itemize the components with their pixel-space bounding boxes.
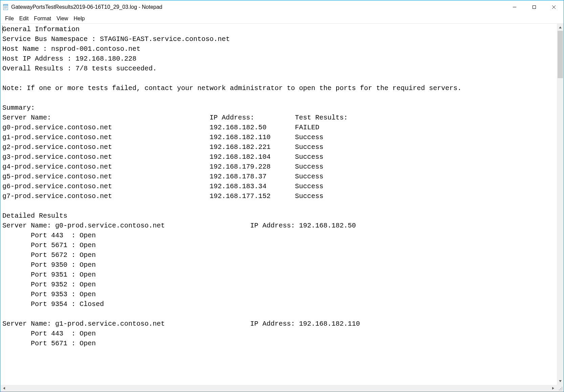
svg-marker-11 bbox=[559, 380, 562, 382]
svg-rect-1 bbox=[3, 4, 8, 5]
text-editor[interactable]: General Information Service Bus Namespac… bbox=[0, 24, 557, 385]
menu-format[interactable]: Format bbox=[31, 15, 54, 22]
svg-rect-15 bbox=[560, 388, 561, 389]
text-caret bbox=[2, 26, 3, 33]
svg-rect-7 bbox=[533, 6, 536, 9]
scroll-right-icon[interactable] bbox=[549, 385, 557, 392]
menu-edit[interactable]: Edit bbox=[17, 15, 31, 22]
horizontal-scrollbar[interactable] bbox=[0, 385, 557, 392]
menu-file[interactable]: File bbox=[2, 15, 17, 22]
svg-marker-10 bbox=[559, 26, 562, 28]
close-button[interactable] bbox=[544, 0, 564, 14]
vertical-scrollbar[interactable] bbox=[557, 24, 564, 385]
menubar: File Edit Format View Help bbox=[0, 14, 564, 23]
notepad-app-icon bbox=[2, 4, 9, 10]
window-controls bbox=[505, 0, 564, 14]
svg-marker-13 bbox=[552, 387, 554, 390]
notepad-window: GatewayPortsTestResults2019-06-16T10_29_… bbox=[0, 0, 564, 392]
scroll-down-icon[interactable] bbox=[557, 377, 564, 385]
vertical-scroll-thumb[interactable] bbox=[558, 31, 563, 78]
minimize-button[interactable] bbox=[505, 0, 524, 14]
svg-rect-19 bbox=[562, 390, 562, 390]
window-title: GatewayPortsTestResults2019-06-16T10_29_… bbox=[11, 4, 162, 10]
scroll-left-icon[interactable] bbox=[0, 385, 7, 392]
svg-rect-14 bbox=[562, 387, 562, 388]
scroll-up-icon[interactable] bbox=[557, 24, 564, 31]
menu-view[interactable]: View bbox=[54, 15, 71, 22]
svg-rect-16 bbox=[562, 388, 562, 389]
svg-rect-18 bbox=[560, 390, 561, 390]
maximize-button[interactable] bbox=[524, 0, 544, 14]
content-area: General Information Service Bus Namespac… bbox=[0, 23, 564, 392]
menu-help[interactable]: Help bbox=[71, 15, 87, 22]
titlebar[interactable]: GatewayPortsTestResults2019-06-16T10_29_… bbox=[0, 0, 564, 14]
svg-rect-17 bbox=[559, 390, 560, 390]
resize-grip[interactable] bbox=[557, 385, 564, 392]
svg-marker-12 bbox=[3, 387, 5, 390]
